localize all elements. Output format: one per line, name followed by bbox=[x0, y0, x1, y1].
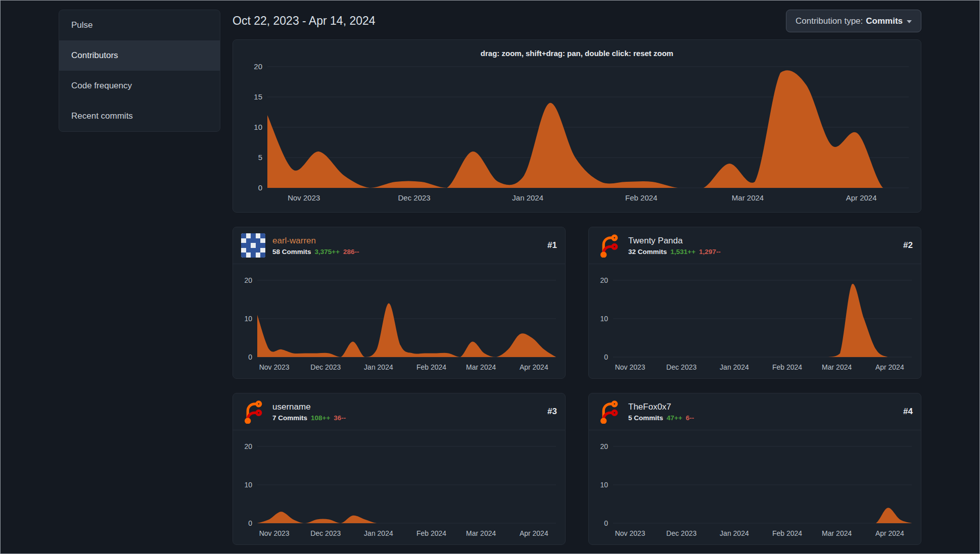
svg-text:Nov 2023: Nov 2023 bbox=[615, 363, 645, 371]
forgejo-logo-icon[interactable] bbox=[241, 399, 265, 424]
deletions-count: 286-- bbox=[343, 248, 359, 256]
activity-sidebar: Pulse Contributors Code frequency Recent… bbox=[59, 10, 220, 545]
svg-text:Feb 2024: Feb 2024 bbox=[416, 363, 446, 371]
sidebar-item-pulse[interactable]: Pulse bbox=[59, 10, 220, 40]
contributor-header: TheFox0x7 5 Commits 47++ 6-- #4 bbox=[589, 393, 921, 430]
contributor-info: username 7 Commits 108++ 36-- bbox=[272, 402, 346, 422]
svg-text:Jan 2024: Jan 2024 bbox=[364, 529, 393, 537]
contributor-stats: 5 Commits 47++ 6-- bbox=[628, 414, 694, 422]
contribution-type-label: Contribution type: bbox=[796, 16, 863, 26]
contributor-header: username 7 Commits 108++ 36-- #3 bbox=[233, 393, 565, 430]
svg-text:Dec 2023: Dec 2023 bbox=[310, 529, 341, 537]
contributor-rank: #3 bbox=[547, 407, 557, 417]
main-content: Oct 22, 2023 - Apr 14, 2024 Contribution… bbox=[232, 10, 921, 545]
commit-count: 58 Commits bbox=[272, 248, 311, 256]
sidebar-item-contributors[interactable]: Contributors bbox=[59, 40, 220, 71]
commit-count: 32 Commits bbox=[628, 248, 667, 256]
contributors-grid: earl-warren 58 Commits 3,375++ 286-- #1 … bbox=[232, 227, 921, 545]
svg-text:10: 10 bbox=[244, 315, 252, 323]
svg-text:Feb 2024: Feb 2024 bbox=[772, 363, 802, 371]
contributor-card-3: username 7 Commits 108++ 36-- #3 01020No… bbox=[232, 393, 566, 545]
svg-text:Jan 2024: Jan 2024 bbox=[364, 363, 393, 371]
svg-text:Nov 2023: Nov 2023 bbox=[259, 529, 290, 537]
additions-count: 47++ bbox=[667, 414, 682, 422]
svg-text:Apr 2024: Apr 2024 bbox=[846, 193, 877, 202]
contributor-card-2: Twenty Panda 32 Commits 1,531++ 1,297-- … bbox=[588, 227, 921, 379]
contributor-chart[interactable]: 01020Nov 2023Dec 2023Jan 2024Feb 2024Mar… bbox=[590, 267, 917, 374]
svg-text:0: 0 bbox=[258, 183, 262, 192]
svg-text:Nov 2023: Nov 2023 bbox=[288, 193, 320, 202]
svg-text:Apr 2024: Apr 2024 bbox=[520, 529, 548, 537]
chart-zoom-hint: drag: zoom, shift+drag: pan, double clic… bbox=[241, 49, 913, 58]
contributor-name-link[interactable]: earl-warren bbox=[272, 236, 359, 246]
contributor-info: TheFox0x7 5 Commits 47++ 6-- bbox=[628, 402, 694, 422]
svg-text:Feb 2024: Feb 2024 bbox=[416, 529, 446, 537]
contributor-chart[interactable]: 01020Nov 2023Dec 2023Jan 2024Feb 2024Mar… bbox=[590, 433, 917, 540]
contribution-type-value: Commits bbox=[866, 16, 903, 26]
identicon-avatar[interactable] bbox=[241, 233, 265, 258]
svg-text:0: 0 bbox=[604, 519, 608, 527]
svg-text:Mar 2024: Mar 2024 bbox=[466, 529, 496, 537]
svg-text:Mar 2024: Mar 2024 bbox=[822, 529, 852, 537]
contributor-stats: 32 Commits 1,531++ 1,297-- bbox=[628, 248, 721, 256]
sidebar-item-code-frequency[interactable]: Code frequency bbox=[59, 71, 220, 101]
contributor-card-1: earl-warren 58 Commits 3,375++ 286-- #1 … bbox=[232, 227, 566, 379]
activity-menu: Pulse Contributors Code frequency Recent… bbox=[59, 10, 220, 132]
svg-text:Apr 2024: Apr 2024 bbox=[875, 363, 904, 371]
svg-text:Dec 2023: Dec 2023 bbox=[310, 363, 341, 371]
svg-text:Jan 2024: Jan 2024 bbox=[720, 363, 749, 371]
contributor-info: Twenty Panda 32 Commits 1,531++ 1,297-- bbox=[628, 236, 721, 256]
contributor-info: earl-warren 58 Commits 3,375++ 286-- bbox=[272, 236, 359, 256]
forgejo-logo-icon[interactable] bbox=[597, 399, 621, 424]
total-contributions-chart[interactable]: 05101520Nov 2023Dec 2023Jan 2024Feb 2024… bbox=[241, 62, 913, 209]
deletions-count: 36-- bbox=[334, 414, 346, 422]
additions-count: 3,375++ bbox=[315, 248, 340, 256]
svg-text:0: 0 bbox=[604, 353, 608, 361]
contributor-header: earl-warren 58 Commits 3,375++ 286-- #1 bbox=[233, 227, 565, 264]
contributor-rank: #4 bbox=[903, 407, 913, 417]
svg-text:Jan 2024: Jan 2024 bbox=[512, 193, 543, 202]
date-range-title: Oct 22, 2023 - Apr 14, 2024 bbox=[232, 14, 376, 28]
svg-text:20: 20 bbox=[600, 442, 608, 450]
commit-count: 5 Commits bbox=[628, 414, 663, 422]
contributor-name-link[interactable]: username bbox=[272, 402, 346, 412]
contributor-card-4: TheFox0x7 5 Commits 47++ 6-- #4 01020Nov… bbox=[588, 393, 921, 545]
contributor-rank: #1 bbox=[547, 240, 557, 250]
svg-text:20: 20 bbox=[254, 62, 262, 71]
contributor-rank: #2 bbox=[903, 240, 913, 250]
page-layout: Pulse Contributors Code frequency Recent… bbox=[1, 1, 979, 545]
contributor-name-link[interactable]: TheFox0x7 bbox=[628, 402, 694, 412]
contributor-chart[interactable]: 01020Nov 2023Dec 2023Jan 2024Feb 2024Mar… bbox=[234, 267, 561, 374]
chevron-down-icon bbox=[907, 20, 912, 23]
svg-text:Apr 2024: Apr 2024 bbox=[520, 363, 548, 371]
svg-text:Nov 2023: Nov 2023 bbox=[615, 529, 645, 537]
forgejo-logo-icon[interactable] bbox=[597, 233, 621, 258]
total-contributions-card: drag: zoom, shift+drag: pan, double clic… bbox=[232, 39, 921, 213]
contributor-stats: 58 Commits 3,375++ 286-- bbox=[272, 248, 359, 256]
svg-text:10: 10 bbox=[600, 481, 608, 489]
deletions-count: 1,297-- bbox=[699, 248, 721, 256]
svg-text:Feb 2024: Feb 2024 bbox=[772, 529, 802, 537]
svg-text:Mar 2024: Mar 2024 bbox=[466, 363, 496, 371]
commit-count: 7 Commits bbox=[272, 414, 307, 422]
contributor-chart[interactable]: 01020Nov 2023Dec 2023Jan 2024Feb 2024Mar… bbox=[234, 433, 561, 540]
additions-count: 1,531++ bbox=[671, 248, 696, 256]
svg-text:10: 10 bbox=[254, 123, 262, 131]
svg-text:Dec 2023: Dec 2023 bbox=[666, 529, 696, 537]
svg-text:Apr 2024: Apr 2024 bbox=[875, 529, 904, 537]
svg-text:20: 20 bbox=[600, 276, 608, 284]
repo-activity-contributors-page: { "colors": { "page_bg": "#141921", "pan… bbox=[0, 0, 980, 554]
svg-text:10: 10 bbox=[600, 315, 608, 323]
contribution-type-dropdown[interactable]: Contribution type: Commits bbox=[786, 10, 921, 32]
contributor-name-link[interactable]: Twenty Panda bbox=[628, 236, 721, 246]
svg-text:Nov 2023: Nov 2023 bbox=[259, 363, 290, 371]
svg-text:0: 0 bbox=[248, 519, 252, 527]
contributor-stats: 7 Commits 108++ 36-- bbox=[272, 414, 346, 422]
svg-text:5: 5 bbox=[258, 153, 262, 162]
contributor-header: Twenty Panda 32 Commits 1,531++ 1,297-- … bbox=[589, 227, 921, 264]
svg-text:15: 15 bbox=[254, 92, 262, 101]
sidebar-item-recent-commits[interactable]: Recent commits bbox=[59, 101, 220, 131]
svg-text:Jan 2024: Jan 2024 bbox=[720, 529, 749, 537]
svg-text:Dec 2023: Dec 2023 bbox=[398, 193, 430, 202]
svg-text:Feb 2024: Feb 2024 bbox=[625, 193, 657, 202]
